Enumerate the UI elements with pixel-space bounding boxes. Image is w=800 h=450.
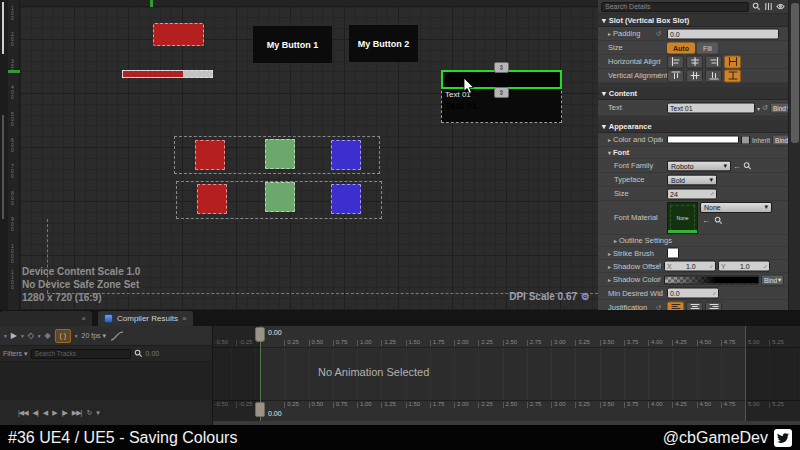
close-icon[interactable]: × (182, 314, 187, 323)
progress-bar-widget[interactable] (122, 70, 213, 78)
font-family-combo[interactable]: Roboto ▾ (667, 160, 731, 171)
drag-handle-icon[interactable]: ⇕ (494, 62, 509, 73)
play-forward-button[interactable]: ▶ (52, 409, 56, 417)
combo-caret-icon[interactable]: ▾ (757, 104, 760, 111)
valign-center-button[interactable] (686, 69, 703, 82)
playback-options-button[interactable]: ▾ (96, 409, 99, 417)
justify-left-button[interactable] (667, 301, 684, 310)
reset-icon[interactable]: ↺ (656, 136, 661, 144)
go-to-end-button[interactable]: ▶▶| (72, 409, 82, 417)
gear-icon[interactable]: ⚙ (581, 291, 590, 302)
playhead-handle[interactable] (255, 327, 265, 342)
back-arrow-icon[interactable]: ← (733, 161, 741, 170)
keyframe-outline-icon[interactable]: ◇ (28, 331, 34, 340)
expander-closed-icon[interactable]: ▸ (608, 276, 611, 283)
step-forward-button[interactable]: |▶ (62, 409, 67, 417)
font-material-combo[interactable]: None ▾ (700, 202, 772, 213)
browse-icon[interactable] (714, 216, 723, 225)
keyframe-solid-icon[interactable]: ◆ (45, 331, 51, 340)
reset-icon[interactable]: ↺ (656, 30, 661, 38)
expander-closed-icon[interactable]: ▸ (608, 263, 611, 270)
reset-icon[interactable]: ↺ (656, 276, 661, 284)
reset-icon[interactable]: ↺ (656, 262, 661, 270)
valign-top-button[interactable] (667, 69, 684, 82)
section-slot[interactable]: ▾ Slot (Vertical Box Slot) (598, 14, 788, 27)
shadow-offset-x-spinbox[interactable]: X 1.0 ↕ (664, 261, 716, 272)
search-details-input[interactable] (601, 2, 749, 12)
row-font-category[interactable]: ▾ Font (598, 147, 788, 159)
valign-fill-button[interactable] (724, 69, 741, 82)
halign-left-button[interactable] (667, 55, 684, 68)
red-image-widget[interactable] (197, 184, 227, 214)
curve-editor-icon[interactable] (110, 330, 124, 342)
padding-input[interactable] (667, 28, 779, 39)
reset-icon[interactable]: ↺ (656, 72, 661, 80)
timeline-ruler-bottom[interactable]: -0.50-0.250.250.500.751.001.251.501.752.… (213, 400, 800, 421)
shadow-color-swatch[interactable] (664, 275, 759, 284)
details-scrollbar[interactable] (788, 0, 800, 310)
reset-icon[interactable]: ↺ (762, 104, 768, 112)
caret-icon[interactable]: ▾ (38, 333, 41, 339)
font-size-spinbox[interactable]: 24 ↕ (667, 188, 717, 199)
my-button-1[interactable]: My Button 1 (253, 26, 332, 63)
green-image-widget[interactable] (265, 139, 295, 169)
text-widget[interactable]: Text 01 (445, 100, 477, 111)
typeface-combo[interactable]: Bold ▾ (667, 174, 717, 185)
color-swatch[interactable] (667, 136, 739, 144)
size-fill-button[interactable]: Fill (697, 42, 718, 53)
timeline-main-area[interactable]: No Animation Selected (213, 348, 800, 400)
scrollbar-thumb[interactable] (791, 3, 799, 143)
halign-center-button[interactable] (686, 55, 703, 68)
column-view-icon[interactable] (764, 2, 773, 11)
options-caret-icon[interactable]: ▾ (4, 333, 7, 339)
sequencer-timeline[interactable]: -0.50-0.250.250.500.751.001.251.501.752.… (213, 326, 800, 425)
expander-closed-icon[interactable]: ▸ (608, 30, 611, 37)
reset-icon[interactable]: ↺ (656, 58, 661, 66)
umg-designer-canvas[interactable]: My Button 1 My Button 2 Text 01 Text 01 … (20, 7, 598, 310)
halign-fill-button[interactable] (724, 55, 741, 68)
shadow-color-bind-button[interactable]: Bind ▾ (761, 274, 784, 285)
section-content[interactable]: ▾ Content (598, 87, 788, 100)
tab-partial[interactable]: × (0, 311, 92, 326)
alpha-swatch[interactable] (741, 135, 750, 144)
justify-right-button[interactable] (705, 301, 722, 310)
justify-center-button[interactable] (686, 301, 703, 310)
eye-filter-icon[interactable] (776, 2, 785, 11)
red-image-widget[interactable] (195, 140, 225, 170)
text-bind-button[interactable]: Bind ▾ (770, 102, 788, 113)
loop-button[interactable]: ↻ (86, 409, 91, 417)
halign-right-button[interactable] (705, 55, 722, 68)
step-backward-button[interactable]: ◀| (33, 409, 38, 417)
search-tracks-input[interactable] (31, 349, 131, 359)
size-auto-button[interactable]: Auto (667, 42, 695, 53)
font-material-preview[interactable]: None (667, 202, 698, 234)
color-bind-button[interactable]: Bind ▾ (772, 134, 788, 145)
timeline-ruler-top[interactable]: -0.50-0.250.250.500.751.001.251.501.752.… (213, 326, 800, 348)
drag-handle-icon[interactable]: ⇕ (494, 87, 509, 98)
reset-icon[interactable]: ↺ (658, 289, 663, 297)
my-button-2[interactable]: My Button 2 (349, 25, 418, 62)
back-arrow-icon[interactable]: ← (702, 216, 710, 225)
min-desired-width-spinbox[interactable]: 0.0 ↕ (667, 288, 719, 299)
blue-image-widget[interactable] (331, 140, 361, 170)
browse-icon[interactable] (743, 161, 752, 170)
tab-compiler-results[interactable]: Compiler Results × (98, 311, 193, 326)
caret-icon[interactable]: ▾ (21, 333, 24, 339)
close-icon[interactable]: × (81, 314, 86, 323)
green-image-widget[interactable] (265, 182, 295, 212)
track-list-area[interactable] (0, 362, 212, 400)
expander-closed-icon[interactable]: ▸ (608, 250, 611, 257)
snapping-toggle-button[interactable]: ( ) (55, 329, 71, 343)
blue-image-widget[interactable] (331, 184, 361, 214)
filters-dropdown[interactable]: Filters ▾ (3, 350, 28, 358)
caret-icon[interactable]: ▾ (75, 333, 78, 339)
playhead-handle[interactable] (255, 402, 265, 417)
row-outline-settings[interactable]: ▸ Outline Settings (598, 235, 788, 247)
play-icon[interactable]: ▶ (11, 331, 17, 340)
strike-brush-swatch[interactable] (667, 248, 679, 259)
red-button-widget[interactable] (153, 23, 204, 46)
current-time-field[interactable]: 0.00 (146, 350, 160, 357)
fps-dropdown[interactable]: 20 fps ▾ (82, 332, 107, 340)
expander-closed-icon[interactable]: ▸ (608, 136, 611, 143)
play-reverse-button[interactable]: ◀ (43, 409, 47, 417)
